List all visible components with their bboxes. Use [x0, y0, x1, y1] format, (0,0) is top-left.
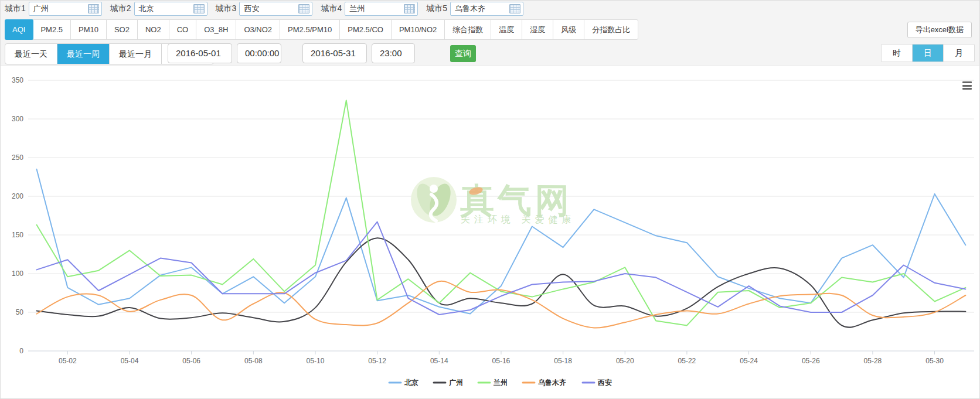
- svg-text:05-14: 05-14: [430, 357, 448, 365]
- range-last-week[interactable]: 最近一周: [57, 44, 110, 64]
- city-label-3: 城市3: [216, 4, 237, 14]
- city-label-1: 城市1: [5, 4, 26, 14]
- pollutant-tabbar: AQI PM2.5 PM10 SO2 NO2 CO O3_8H O3/NO2 P…: [5, 19, 638, 40]
- tab-humidity[interactable]: 湿度: [522, 20, 553, 39]
- granularity-hour[interactable]: 时: [882, 45, 913, 62]
- query-button[interactable]: 查询: [450, 45, 476, 62]
- city-label-2: 城市2: [110, 4, 131, 14]
- svg-text:150: 150: [12, 231, 23, 239]
- city-value-5: 乌鲁木齐: [455, 4, 485, 14]
- city-value-3: 西安: [244, 4, 259, 14]
- city-selector-3: 城市3 西安: [216, 2, 313, 16]
- svg-text:兰州: 兰州: [493, 378, 508, 387]
- svg-text:05-30: 05-30: [925, 357, 944, 365]
- y-axis: 050100150200250300350: [12, 76, 23, 355]
- tab-temperature[interactable]: 温度: [491, 20, 522, 39]
- city-label-4: 城市4: [321, 4, 342, 14]
- svg-text:05-22: 05-22: [678, 357, 696, 365]
- svg-text:05-18: 05-18: [554, 357, 572, 365]
- tab-pm10[interactable]: PM10: [71, 20, 107, 39]
- tab-pm25-co[interactable]: PM2.5/CO: [340, 20, 392, 39]
- svg-text:350: 350: [12, 76, 23, 84]
- svg-text:250: 250: [12, 154, 23, 162]
- city-picker-icon[interactable]: [193, 4, 205, 13]
- svg-text:广州: 广州: [448, 378, 463, 387]
- city-value-2: 北京: [139, 4, 154, 14]
- svg-text:05-16: 05-16: [492, 357, 511, 365]
- tab-o3-no2[interactable]: O3/NO2: [236, 20, 280, 39]
- start-date-input[interactable]: 2016-05-01: [168, 43, 232, 63]
- chart-legend: 北京广州兰州乌鲁木齐西安: [389, 378, 612, 387]
- tab-pm10-no2[interactable]: PM10/NO2: [392, 20, 445, 39]
- svg-text:200: 200: [12, 192, 23, 200]
- svg-text:05-28: 05-28: [864, 357, 882, 365]
- legend-item-兰州[interactable]: 兰州: [478, 378, 508, 387]
- city-input-3[interactable]: 西安: [239, 2, 312, 16]
- city-picker-icon[interactable]: [509, 4, 520, 13]
- city-label-5: 城市5: [426, 4, 447, 14]
- tab-pm25[interactable]: PM2.5: [33, 20, 71, 39]
- range-last-day[interactable]: 最近一天: [5, 44, 57, 64]
- legend-item-乌鲁木齐[interactable]: 乌鲁木齐: [523, 378, 566, 387]
- city-selector-4: 城市4 兰州: [321, 2, 418, 16]
- svg-text:05-26: 05-26: [802, 357, 820, 365]
- city-selector-row: 城市1 广州 城市2 北京 城市3 西安 城市4 兰州 城市5 乌鲁木齐: [0, 0, 980, 18]
- tab-composite-index[interactable]: 综合指数: [445, 20, 491, 39]
- svg-text:北京: 北京: [404, 378, 418, 387]
- svg-text:100: 100: [12, 270, 23, 278]
- svg-text:关注环境 关爱健康: 关注环境 关爱健康: [461, 214, 575, 224]
- series-西安: [37, 222, 966, 315]
- city-picker-icon[interactable]: [88, 4, 99, 13]
- svg-text:50: 50: [16, 308, 24, 316]
- end-time-input[interactable]: 23:00: [372, 43, 415, 63]
- city-input-2[interactable]: 北京: [134, 2, 207, 16]
- x-axis: 05-0205-0405-0605-0805-1005-1205-1405-16…: [28, 351, 974, 365]
- start-time-input[interactable]: 00:00:00: [237, 43, 281, 63]
- range-last-month[interactable]: 最近一月: [110, 44, 162, 64]
- svg-text:05-20: 05-20: [616, 357, 634, 365]
- svg-text:真气网: 真气网: [460, 181, 573, 219]
- tab-aqi[interactable]: AQI: [5, 19, 33, 40]
- city-selector-1: 城市1 广州: [5, 2, 102, 16]
- svg-text:05-24: 05-24: [740, 357, 758, 365]
- watermark: 真气网关注环境 关爱健康: [411, 177, 575, 224]
- chart-panel: 真气网关注环境 关爱健康05-0205-0405-0605-0805-1005-…: [0, 66, 980, 399]
- granularity-day[interactable]: 日: [913, 45, 944, 62]
- tab-subindex-ratio[interactable]: 分指数占比: [584, 20, 638, 39]
- svg-text:0: 0: [19, 347, 23, 355]
- tab-wind-level[interactable]: 风级: [553, 20, 584, 39]
- tab-so2[interactable]: SO2: [107, 20, 138, 39]
- svg-text:05-08: 05-08: [244, 357, 263, 365]
- series-广州: [37, 238, 966, 327]
- tab-o3-8h[interactable]: O3_8H: [196, 20, 236, 39]
- svg-text:05-06: 05-06: [182, 357, 200, 365]
- city-value-1: 广州: [33, 4, 49, 14]
- legend-item-广州[interactable]: 广州: [434, 378, 463, 387]
- city-picker-icon[interactable]: [298, 4, 309, 13]
- city-input-5[interactable]: 乌鲁木齐: [450, 2, 523, 16]
- chart-menu-icon[interactable]: [962, 81, 972, 90]
- end-date-input[interactable]: 2016-05-31: [302, 43, 367, 63]
- legend-item-北京[interactable]: 北京: [389, 378, 418, 387]
- tab-pm25-pm10[interactable]: PM2.5/PM10: [280, 20, 340, 39]
- series-乌鲁木齐: [37, 281, 966, 328]
- aqi-line-chart: 真气网关注环境 关爱健康05-0205-0405-0605-0805-1005-…: [0, 66, 980, 399]
- svg-text:05-04: 05-04: [121, 357, 139, 365]
- svg-text:300: 300: [12, 115, 23, 123]
- legend-item-西安[interactable]: 西安: [583, 378, 612, 387]
- tab-no2[interactable]: NO2: [138, 20, 169, 39]
- city-picker-icon[interactable]: [404, 4, 415, 13]
- city-input-4[interactable]: 兰州: [345, 2, 418, 16]
- svg-text:西安: 西安: [597, 378, 612, 387]
- city-input-1[interactable]: 广州: [29, 2, 102, 16]
- city-selector-2: 城市2 北京: [110, 2, 207, 16]
- tab-co[interactable]: CO: [169, 20, 197, 39]
- svg-text:05-10: 05-10: [307, 357, 325, 365]
- city-value-4: 兰州: [349, 4, 365, 14]
- svg-text:乌鲁木齐: 乌鲁木齐: [538, 378, 566, 387]
- svg-text:05-12: 05-12: [368, 357, 386, 365]
- export-excel-button[interactable]: 导出excel数据: [907, 22, 972, 38]
- granularity-group: 时 日 月: [881, 44, 975, 62]
- granularity-month[interactable]: 月: [944, 45, 974, 62]
- svg-text:05-02: 05-02: [59, 357, 77, 365]
